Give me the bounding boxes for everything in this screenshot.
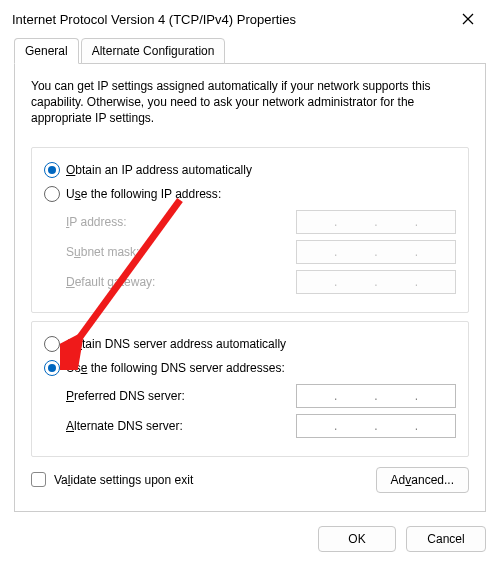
advanced-button[interactable]: Advanced... bbox=[376, 467, 469, 493]
radio-label: Obtain an IP address automatically bbox=[66, 163, 252, 177]
input-default-gateway bbox=[296, 270, 456, 294]
radio-use-following-dns[interactable]: Use the following DNS server addresses: bbox=[44, 360, 456, 376]
label-alternate-dns: Alternate DNS server: bbox=[66, 419, 284, 433]
tab-panel-general: You can get IP settings assigned automat… bbox=[14, 64, 486, 512]
row-ip-address: IP address: bbox=[66, 210, 456, 234]
close-icon bbox=[462, 13, 474, 25]
intro-text: You can get IP settings assigned automat… bbox=[31, 78, 469, 127]
label-subnet-mask: Subnet mask: bbox=[66, 245, 284, 259]
radio-obtain-ip-auto[interactable]: Obtain an IP address automatically bbox=[44, 162, 456, 178]
input-preferred-dns[interactable] bbox=[296, 384, 456, 408]
tab-alternate-configuration[interactable]: Alternate Configuration bbox=[81, 38, 226, 64]
ip-group: Obtain an IP address automatically Use t… bbox=[31, 147, 469, 313]
input-ip-address bbox=[296, 210, 456, 234]
input-subnet-mask bbox=[296, 240, 456, 264]
row-default-gateway: Default gateway: bbox=[66, 270, 456, 294]
radio-icon bbox=[44, 162, 60, 178]
tab-strip: General Alternate Configuration bbox=[14, 38, 486, 64]
checkbox-validate-on-exit[interactable]: Validate settings upon exit bbox=[31, 472, 193, 487]
cancel-button[interactable]: Cancel bbox=[406, 526, 486, 552]
ok-button[interactable]: OK bbox=[318, 526, 396, 552]
radio-label: Use the following DNS server addresses: bbox=[66, 361, 285, 375]
radio-icon bbox=[44, 186, 60, 202]
close-button[interactable] bbox=[448, 5, 488, 33]
row-preferred-dns: Preferred DNS server: bbox=[66, 384, 456, 408]
titlebar: Internet Protocol Version 4 (TCP/IPv4) P… bbox=[0, 0, 500, 38]
radio-icon bbox=[44, 360, 60, 376]
radio-use-following-ip[interactable]: Use the following IP address: bbox=[44, 186, 456, 202]
radio-label: Use the following IP address: bbox=[66, 187, 221, 201]
dialog-footer: OK Cancel bbox=[14, 526, 486, 552]
dns-group: Obtain DNS server address automatically … bbox=[31, 321, 469, 457]
input-alternate-dns[interactable] bbox=[296, 414, 456, 438]
checkbox-icon bbox=[31, 472, 46, 487]
window-title: Internet Protocol Version 4 (TCP/IPv4) P… bbox=[12, 12, 296, 27]
tab-general[interactable]: General bbox=[14, 38, 79, 64]
row-subnet-mask: Subnet mask: bbox=[66, 240, 456, 264]
label-ip-address: IP address: bbox=[66, 215, 284, 229]
label-default-gateway: Default gateway: bbox=[66, 275, 284, 289]
row-alternate-dns: Alternate DNS server: bbox=[66, 414, 456, 438]
radio-obtain-dns-auto[interactable]: Obtain DNS server address automatically bbox=[44, 336, 456, 352]
radio-label: Obtain DNS server address automatically bbox=[66, 337, 286, 351]
checkbox-label: Validate settings upon exit bbox=[54, 473, 193, 487]
radio-icon bbox=[44, 336, 60, 352]
label-preferred-dns: Preferred DNS server: bbox=[66, 389, 284, 403]
